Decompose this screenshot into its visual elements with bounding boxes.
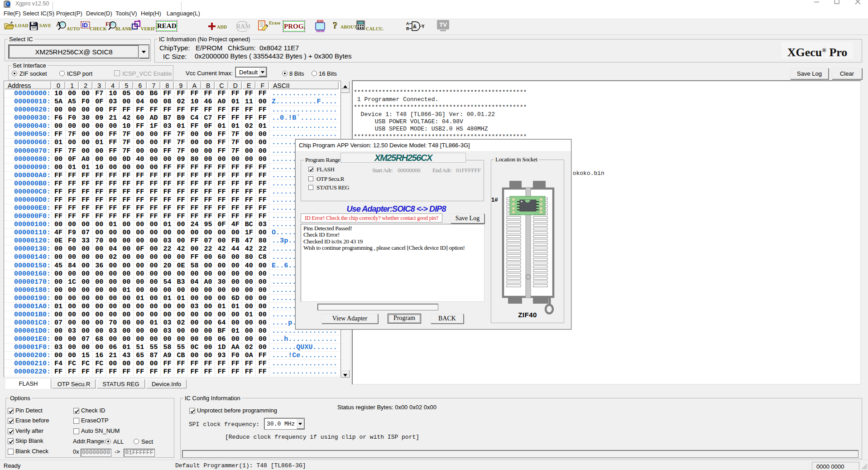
svg-text:Y: Y [422, 24, 424, 29]
svg-text:?: ? [333, 21, 337, 30]
svg-text:RAM: RAM [236, 23, 250, 30]
svg-text:&: & [413, 24, 417, 29]
svg-text:A: A [56, 20, 61, 28]
svg-text:A: A [406, 21, 409, 26]
svg-text:B: B [406, 26, 409, 31]
svg-text:ID: ID [82, 22, 88, 29]
